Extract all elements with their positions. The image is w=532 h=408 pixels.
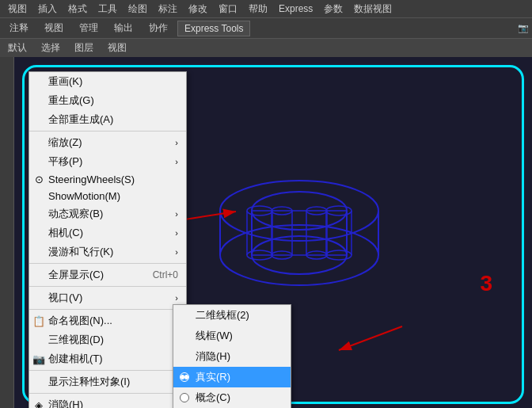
main-dropdown-menu: 重画(K) 重生成(G) 全部重生成(A) 缩放(Z)› 平移(P)› ⊙ St… xyxy=(28,71,187,408)
menu-参数[interactable]: 参数 xyxy=(319,1,348,17)
menu-item-三维视图[interactable]: 三维视图(D)› xyxy=(29,330,186,349)
menu-item-steeringwheels[interactable]: ⊙ SteeringWheels(S) xyxy=(29,171,186,188)
menu-插入[interactable]: 插入 xyxy=(33,1,62,17)
camera-create-icon: 📷 xyxy=(32,353,45,365)
menu-item-相机[interactable]: 相机(C)› xyxy=(29,223,186,242)
menu-item-重生成[interactable]: 重生成(G) xyxy=(29,91,186,110)
menu-item-漫游[interactable]: 漫游和飞行(K)› xyxy=(29,242,186,261)
tab-注释[interactable]: 注释 xyxy=(3,20,35,36)
3d-object xyxy=(212,170,386,296)
menu-数据视图[interactable]: 数据视图 xyxy=(349,1,397,17)
divider-3 xyxy=(29,286,186,287)
menu-express[interactable]: Express xyxy=(274,2,317,16)
shortcut-全屏: Ctrl+0 xyxy=(137,269,178,280)
menu-视图[interactable]: 视图 xyxy=(3,1,32,17)
canvas-area: 1 2 3 xyxy=(14,57,532,408)
menu-item-重画[interactable]: 重画(K) xyxy=(29,72,186,91)
menu-item-showmotion[interactable]: ShowMotion(M) xyxy=(29,188,186,204)
submenu-item-真实[interactable]: 真实(R) xyxy=(173,367,291,387)
tab-协作[interactable]: 协作 xyxy=(142,20,174,36)
menu-item-全屏显示[interactable]: 全屏显示(C) Ctrl+0 xyxy=(29,265,186,284)
menu-item-平移[interactable]: 平移(P)› xyxy=(29,152,186,171)
tab-输出[interactable]: 输出 xyxy=(108,20,139,36)
toolbar2-视图[interactable]: 视图 xyxy=(103,40,131,56)
menu-窗口[interactable]: 窗口 xyxy=(214,1,242,17)
express-tools-tab[interactable]: Express Tools xyxy=(177,21,250,36)
submenu-item-概念[interactable]: 概念(C) xyxy=(173,387,291,408)
submenu-视觉样式: 二维线框(2) 线框(W) 消隐(H) 真实(R) 概念(C) 着色(S) xyxy=(173,304,291,408)
toolbar-row1: 注释 视图 管理 输出 协作 Express Tools 📷 xyxy=(0,17,532,38)
toolbar2-默认[interactable]: 默认 xyxy=(3,40,32,56)
named-view-icon: 📋 xyxy=(32,315,45,327)
menu-item-视口[interactable]: 视口(V)› xyxy=(29,288,186,307)
tab-管理[interactable]: 管理 xyxy=(73,20,104,36)
menu-工具[interactable]: 工具 xyxy=(93,1,122,17)
submenu-item-消隐[interactable]: 消隐(H) xyxy=(173,346,291,367)
menu-item-创建相机[interactable]: 📷 创建相机(T) xyxy=(29,349,186,368)
camera-icon: 📷 xyxy=(518,23,529,33)
hide-icon: ◈ xyxy=(32,398,45,408)
toolbar-row2: 默认 选择 图层 视图 xyxy=(0,38,532,57)
menu-item-命名视图[interactable]: 📋 命名视图(N)... xyxy=(29,311,186,330)
menu-item-显示注释[interactable]: 显示注释性对象(I) xyxy=(29,372,186,391)
divider-6 xyxy=(29,393,186,394)
divider-2 xyxy=(29,263,186,264)
toolbar2-选择[interactable]: 选择 xyxy=(36,40,65,56)
menu-bar: 视图 插入 格式 工具 绘图 标注 修改 窗口 帮助 Express 参数 数据… xyxy=(0,0,532,17)
submenu-item-线框[interactable]: 线框(W) xyxy=(173,326,291,346)
divider-4 xyxy=(29,309,186,310)
main-content: 1 2 3 xyxy=(0,57,532,408)
menu-item-动态观察[interactable]: 动态观察(B)› xyxy=(29,204,186,223)
wireframe-svg xyxy=(212,170,386,296)
left-panel xyxy=(0,57,14,408)
menu-标注[interactable]: 标注 xyxy=(154,1,182,17)
radio-真实 xyxy=(180,372,189,382)
menu-帮助[interactable]: 帮助 xyxy=(244,1,272,17)
tab-视图[interactable]: 视图 xyxy=(38,20,70,36)
divider-5 xyxy=(29,370,186,371)
menu-item-消隐[interactable]: ◈ 消隐(H) xyxy=(29,395,186,408)
toolbar2-图层[interactable]: 图层 xyxy=(70,40,98,56)
menu-item-缩放[interactable]: 缩放(Z)› xyxy=(29,133,186,152)
divider-1 xyxy=(29,131,186,132)
menu-绘图[interactable]: 绘图 xyxy=(124,1,152,17)
label-3: 3 xyxy=(480,271,492,296)
menu-格式[interactable]: 格式 xyxy=(63,1,92,17)
menu-item-全部重生成[interactable]: 全部重生成(A) xyxy=(29,110,186,129)
submenu-item-二维线框[interactable]: 二维线框(2) xyxy=(173,305,291,326)
steeringwheels-icon: ⊙ xyxy=(32,173,45,186)
radio-概念 xyxy=(180,393,189,402)
menu-修改[interactable]: 修改 xyxy=(184,1,212,17)
